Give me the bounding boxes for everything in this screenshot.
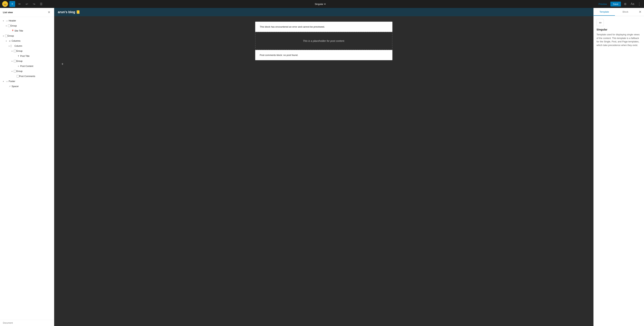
group5-label: Group	[16, 70, 22, 72]
sidebar-item-group3[interactable]: ▾ Group	[0, 48, 54, 54]
list-view-button[interactable]: ☰	[38, 1, 44, 7]
right-panel-header: Template Block ✕	[594, 8, 644, 16]
blog-title: arun's blog 📒	[58, 10, 80, 14]
chevron-icon: ▾	[10, 49, 14, 53]
template-block-name: Singular	[596, 28, 641, 31]
post-title-icon: T	[16, 54, 20, 58]
topbar-center: Singular ▾	[46, 2, 595, 6]
list-view-sidebar: List view ✕ ▾ ▭ Header ▾ Group 📍 Sit	[0, 8, 54, 326]
no-chevron	[7, 29, 11, 33]
group1-label: Group	[10, 24, 17, 27]
placeholder-block: This is a placeholder for post content.	[255, 32, 392, 50]
site-title-label: Site Title	[14, 29, 23, 32]
chevron-icon: ▾	[7, 44, 11, 48]
sidebar-item-spacer[interactable]: ↗ Spacer	[0, 84, 54, 89]
sidebar-item-group5[interactable]: ▾ Group	[0, 69, 54, 74]
sidebar-item-group4[interactable]: ▾ Group	[0, 59, 54, 64]
topbar-right: Preview Save ⚙ Aa ⋮	[596, 1, 642, 7]
group5-block-icon	[14, 70, 16, 72]
chevron-icon: ▾	[10, 69, 14, 73]
error-block: This block has encountered an error and …	[255, 22, 392, 32]
no-chevron	[13, 64, 16, 68]
group1-block-icon	[8, 24, 10, 27]
group3-block-icon	[14, 50, 16, 52]
save-button[interactable]: Save	[610, 2, 621, 6]
redo-button[interactable]: ↪	[31, 1, 37, 7]
sidebar-footer: Document	[0, 320, 54, 326]
chevron-icon: ▾	[4, 39, 8, 43]
main-area: List view ✕ ▾ ▭ Header ▾ Group 📍 Sit	[0, 8, 644, 326]
footer-label: Footer	[9, 80, 15, 83]
add-block-button[interactable]: +	[10, 1, 15, 7]
sidebar-header: List view ✕	[0, 8, 54, 17]
sidebar-item-header[interactable]: ▾ ▭ Header	[0, 18, 54, 23]
sidebar-item-post-title[interactable]: T Post Title	[0, 54, 54, 59]
canvas[interactable]: arun's blog 📒 This block has encountered…	[54, 8, 594, 326]
template-description: Template used for displaying single view…	[596, 33, 641, 47]
right-panel-close-button[interactable]: ✕	[636, 8, 644, 16]
undo-button[interactable]: ↩	[24, 1, 30, 7]
canvas-content: This block has encountered an error and …	[54, 16, 594, 326]
sidebar-item-post-content[interactable]: ≡ Post Content	[0, 64, 54, 69]
group4-block-icon	[14, 60, 16, 62]
template-name-button[interactable]: Singular ▾	[313, 2, 327, 6]
chevron-icon: ▾	[2, 19, 5, 22]
columns-block-icon: ⊞	[8, 39, 12, 43]
spacer-icon: ↗	[8, 85, 12, 88]
column-block-icon	[11, 45, 14, 47]
sidebar-item-footer[interactable]: ▾ ▭ Footer	[0, 79, 54, 84]
comments-block: Post comments block: no post found.	[255, 50, 392, 60]
post-comments-label: Post Comments	[19, 75, 35, 78]
no-chevron	[13, 74, 16, 78]
spacer-label: Spacer	[12, 85, 19, 88]
topbar: 😀 + ✏ ↩ ↪ ☰ Singular ▾ Preview Save ⚙ Aa	[0, 0, 644, 8]
canvas-topbar: arun's blog 📒	[54, 8, 594, 16]
post-content-label: Post Content	[20, 65, 33, 67]
sidebar-tree: ▾ ▭ Header ▾ Group 📍 Site Title ▾ Group	[0, 17, 54, 320]
settings-button[interactable]: ⚙	[622, 1, 628, 7]
sidebar-item-column[interactable]: ▾ Column	[0, 43, 54, 48]
columns-label: Columns	[12, 40, 20, 42]
sidebar-item-group1[interactable]: ▾ Group	[0, 23, 54, 28]
chevron-icon: ▾	[2, 34, 5, 38]
right-panel-content: ▭ Singular Template used for displaying …	[594, 16, 644, 326]
header-label: Header	[9, 19, 16, 22]
sidebar-title: List view	[3, 11, 13, 14]
preview-button[interactable]: Preview	[596, 2, 609, 6]
column-label: Column	[14, 45, 22, 47]
header-block-icon: ▭	[5, 19, 9, 22]
no-chevron	[4, 85, 8, 88]
right-panel: Template Block ✕ ▭ Singular Template use…	[594, 8, 644, 326]
template-block-icon: ▭	[596, 19, 604, 26]
app-logo: 😀	[2, 1, 8, 7]
chevron-down-icon: ▾	[324, 3, 326, 5]
group2-block-icon	[5, 35, 8, 37]
no-chevron	[13, 54, 16, 58]
more-options-button[interactable]: ⋮	[637, 1, 642, 7]
chevron-icon: ▾	[10, 59, 14, 63]
sidebar-item-site-title[interactable]: 📍 Site Title	[0, 28, 54, 33]
canvas-add-button[interactable]: +	[60, 60, 66, 68]
chevron-icon: ▾	[2, 80, 5, 83]
sidebar-item-columns[interactable]: ▾ ⊞ Columns	[0, 38, 54, 43]
block-tab[interactable]: Block	[615, 8, 636, 16]
sidebar-item-post-comments[interactable]: Post Comments	[0, 74, 54, 79]
footer-block-icon: ▭	[5, 80, 9, 83]
post-comments-icon	[16, 75, 19, 78]
group4-label: Group	[16, 60, 22, 62]
edit-button[interactable]: ✏	[16, 1, 22, 7]
template-tab[interactable]: Template	[594, 8, 615, 16]
placeholder-text: This is a placeholder for post content.	[303, 39, 345, 42]
group3-label: Group	[16, 50, 22, 52]
sidebar-item-group2[interactable]: ▾ Group	[0, 33, 54, 38]
post-title-label: Post Title	[20, 55, 30, 57]
typography-button[interactable]: Aa	[630, 1, 635, 7]
group2-label: Group	[8, 35, 14, 37]
site-title-icon: 📍	[11, 29, 14, 33]
post-content-icon: ≡	[16, 64, 20, 68]
sidebar-close-button[interactable]: ✕	[47, 10, 51, 14]
chevron-icon: ▾	[4, 24, 8, 28]
